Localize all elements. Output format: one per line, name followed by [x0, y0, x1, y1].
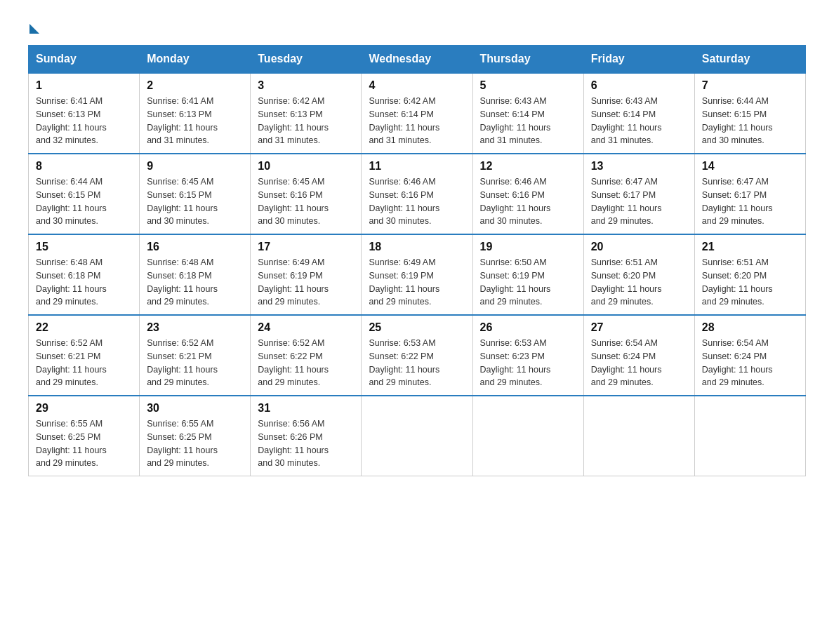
column-header-saturday: Saturday: [694, 46, 805, 74]
day-number: 30: [147, 402, 243, 415]
day-number: 13: [591, 160, 687, 173]
column-header-sunday: Sunday: [29, 46, 140, 74]
day-number: 15: [36, 241, 132, 253]
day-number: 18: [369, 241, 465, 253]
day-info: Sunrise: 6:46 AMSunset: 6:16 PMDaylight:…: [369, 175, 465, 228]
day-info: Sunrise: 6:42 AMSunset: 6:14 PMDaylight:…: [369, 95, 465, 147]
calendar-cell: [583, 396, 694, 476]
calendar-cell: 31Sunrise: 6:56 AMSunset: 6:26 PMDayligh…: [251, 396, 362, 476]
day-number: 20: [591, 241, 687, 253]
calendar-cell: 13Sunrise: 6:47 AMSunset: 6:17 PMDayligh…: [583, 154, 694, 234]
calendar-cell: 11Sunrise: 6:46 AMSunset: 6:16 PMDayligh…: [362, 154, 472, 234]
calendar-table: SundayMondayTuesdayWednesdayThursdayFrid…: [28, 45, 806, 476]
calendar-cell: 6Sunrise: 6:43 AMSunset: 6:14 PMDaylight…: [583, 73, 694, 154]
day-number: 10: [258, 160, 354, 173]
day-info: Sunrise: 6:52 AMSunset: 6:21 PMDaylight:…: [36, 337, 132, 389]
day-info: Sunrise: 6:54 AMSunset: 6:24 PMDaylight:…: [591, 337, 687, 389]
logo-arrow-icon: [29, 24, 39, 34]
calendar-week-2: 8Sunrise: 6:44 AMSunset: 6:15 PMDaylight…: [29, 154, 806, 234]
day-number: 9: [147, 160, 243, 173]
calendar-cell: 12Sunrise: 6:46 AMSunset: 6:16 PMDayligh…: [472, 154, 583, 234]
day-info: Sunrise: 6:49 AMSunset: 6:19 PMDaylight:…: [369, 256, 465, 309]
day-number: 31: [258, 402, 354, 415]
day-number: 29: [36, 402, 132, 415]
day-number: 24: [258, 321, 354, 334]
calendar-cell: 20Sunrise: 6:51 AMSunset: 6:20 PMDayligh…: [583, 234, 694, 315]
calendar-cell: [362, 396, 472, 476]
day-number: 16: [147, 241, 243, 253]
day-info: Sunrise: 6:45 AMSunset: 6:15 PMDaylight:…: [147, 175, 243, 228]
column-header-friday: Friday: [583, 46, 694, 74]
day-number: 27: [591, 321, 687, 334]
day-number: 4: [369, 79, 465, 92]
day-info: Sunrise: 6:43 AMSunset: 6:14 PMDaylight:…: [591, 95, 687, 147]
calendar-cell: 29Sunrise: 6:55 AMSunset: 6:25 PMDayligh…: [29, 396, 140, 476]
day-number: 7: [702, 79, 798, 92]
calendar-cell: 18Sunrise: 6:49 AMSunset: 6:19 PMDayligh…: [362, 234, 472, 315]
calendar-cell: 26Sunrise: 6:53 AMSunset: 6:23 PMDayligh…: [472, 315, 583, 396]
calendar-body: 1Sunrise: 6:41 AMSunset: 6:13 PMDaylight…: [29, 73, 806, 476]
calendar-cell: [694, 396, 805, 476]
calendar-week-5: 29Sunrise: 6:55 AMSunset: 6:25 PMDayligh…: [29, 396, 806, 476]
day-info: Sunrise: 6:52 AMSunset: 6:21 PMDaylight:…: [147, 337, 243, 389]
calendar-cell: 25Sunrise: 6:53 AMSunset: 6:22 PMDayligh…: [362, 315, 472, 396]
calendar-cell: 1Sunrise: 6:41 AMSunset: 6:13 PMDaylight…: [29, 73, 140, 154]
day-info: Sunrise: 6:44 AMSunset: 6:15 PMDaylight:…: [36, 175, 132, 228]
calendar-week-1: 1Sunrise: 6:41 AMSunset: 6:13 PMDaylight…: [29, 73, 806, 154]
day-number: 23: [147, 321, 243, 334]
day-number: 21: [702, 241, 798, 253]
calendar-cell: 21Sunrise: 6:51 AMSunset: 6:20 PMDayligh…: [694, 234, 805, 315]
day-number: 28: [702, 321, 798, 334]
calendar-cell: 23Sunrise: 6:52 AMSunset: 6:21 PMDayligh…: [140, 315, 251, 396]
calendar-cell: 3Sunrise: 6:42 AMSunset: 6:13 PMDaylight…: [251, 73, 362, 154]
day-number: 14: [702, 160, 798, 173]
day-info: Sunrise: 6:55 AMSunset: 6:25 PMDaylight:…: [147, 417, 243, 470]
calendar-cell: 14Sunrise: 6:47 AMSunset: 6:17 PMDayligh…: [694, 154, 805, 234]
day-info: Sunrise: 6:54 AMSunset: 6:24 PMDaylight:…: [702, 337, 798, 389]
column-header-wednesday: Wednesday: [362, 46, 472, 74]
calendar-cell: 27Sunrise: 6:54 AMSunset: 6:24 PMDayligh…: [583, 315, 694, 396]
day-info: Sunrise: 6:56 AMSunset: 6:26 PMDaylight:…: [258, 417, 354, 470]
day-info: Sunrise: 6:51 AMSunset: 6:20 PMDaylight:…: [702, 256, 798, 309]
day-info: Sunrise: 6:52 AMSunset: 6:22 PMDaylight:…: [258, 337, 354, 389]
calendar-week-4: 22Sunrise: 6:52 AMSunset: 6:21 PMDayligh…: [29, 315, 806, 396]
day-number: 25: [369, 321, 465, 334]
calendar-cell: 8Sunrise: 6:44 AMSunset: 6:15 PMDaylight…: [29, 154, 140, 234]
day-info: Sunrise: 6:53 AMSunset: 6:22 PMDaylight:…: [369, 337, 465, 389]
day-info: Sunrise: 6:50 AMSunset: 6:19 PMDaylight:…: [480, 256, 576, 309]
day-number: 3: [258, 79, 354, 92]
day-info: Sunrise: 6:43 AMSunset: 6:14 PMDaylight:…: [480, 95, 576, 147]
day-info: Sunrise: 6:41 AMSunset: 6:13 PMDaylight:…: [147, 95, 243, 147]
day-number: 19: [480, 241, 576, 253]
calendar-cell: 9Sunrise: 6:45 AMSunset: 6:15 PMDaylight…: [140, 154, 251, 234]
day-info: Sunrise: 6:42 AMSunset: 6:13 PMDaylight:…: [258, 95, 354, 147]
day-info: Sunrise: 6:47 AMSunset: 6:17 PMDaylight:…: [591, 175, 687, 228]
day-info: Sunrise: 6:48 AMSunset: 6:18 PMDaylight:…: [147, 256, 243, 309]
day-number: 6: [591, 79, 687, 92]
calendar-cell: 17Sunrise: 6:49 AMSunset: 6:19 PMDayligh…: [251, 234, 362, 315]
calendar-week-3: 15Sunrise: 6:48 AMSunset: 6:18 PMDayligh…: [29, 234, 806, 315]
calendar-cell: 22Sunrise: 6:52 AMSunset: 6:21 PMDayligh…: [29, 315, 140, 396]
calendar-cell: 15Sunrise: 6:48 AMSunset: 6:18 PMDayligh…: [29, 234, 140, 315]
day-info: Sunrise: 6:55 AMSunset: 6:25 PMDaylight:…: [36, 417, 132, 470]
calendar-cell: 24Sunrise: 6:52 AMSunset: 6:22 PMDayligh…: [251, 315, 362, 396]
day-number: 22: [36, 321, 132, 334]
calendar-cell: 2Sunrise: 6:41 AMSunset: 6:13 PMDaylight…: [140, 73, 251, 154]
day-number: 11: [369, 160, 465, 173]
calendar-cell: 28Sunrise: 6:54 AMSunset: 6:24 PMDayligh…: [694, 315, 805, 396]
day-number: 12: [480, 160, 576, 173]
day-number: 17: [258, 241, 354, 253]
calendar-header-row: SundayMondayTuesdayWednesdayThursdayFrid…: [29, 46, 806, 74]
day-info: Sunrise: 6:45 AMSunset: 6:16 PMDaylight:…: [258, 175, 354, 228]
day-number: 1: [36, 79, 132, 92]
calendar-cell: 5Sunrise: 6:43 AMSunset: 6:14 PMDaylight…: [472, 73, 583, 154]
column-header-tuesday: Tuesday: [251, 46, 362, 74]
calendar-cell: 10Sunrise: 6:45 AMSunset: 6:16 PMDayligh…: [251, 154, 362, 234]
day-info: Sunrise: 6:49 AMSunset: 6:19 PMDaylight:…: [258, 256, 354, 309]
day-info: Sunrise: 6:51 AMSunset: 6:20 PMDaylight:…: [591, 256, 687, 309]
calendar-cell: [472, 396, 583, 476]
day-info: Sunrise: 6:53 AMSunset: 6:23 PMDaylight:…: [480, 337, 576, 389]
logo: [28, 21, 39, 31]
day-number: 26: [480, 321, 576, 334]
calendar-cell: 7Sunrise: 6:44 AMSunset: 6:15 PMDaylight…: [694, 73, 805, 154]
